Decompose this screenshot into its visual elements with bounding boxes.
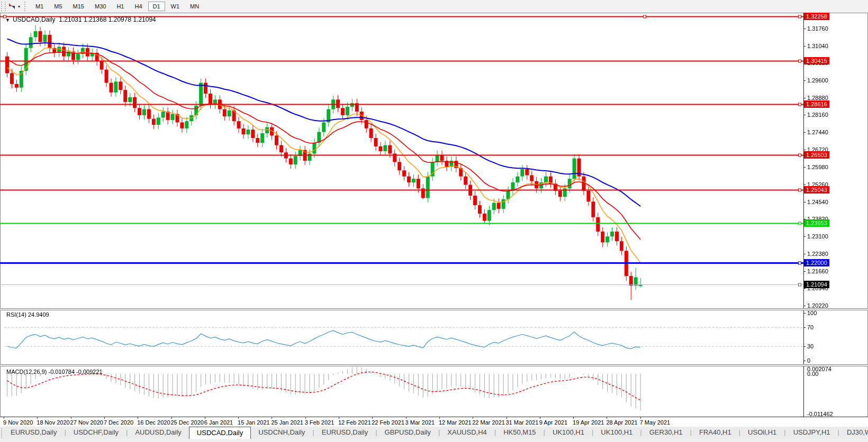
timeframe-button-w1[interactable]: W1: [166, 2, 185, 11]
date-axis-label: 22 Mar 2021: [472, 419, 505, 426]
rsi-axis-tick: [803, 327, 806, 328]
timeframe-button-mn[interactable]: MN: [185, 2, 204, 11]
date-axis-label: 18 Nov 2020: [37, 419, 69, 426]
date-axis-label: 25 Jan 2021: [271, 419, 303, 426]
timeframe-button-h1[interactable]: H1: [112, 2, 129, 11]
chart-tab-usdcad-daily[interactable]: USDCAD,Daily: [189, 427, 251, 439]
chart-tab-ger30-h1[interactable]: GER30,H1: [642, 427, 690, 439]
price-axis-tick: [803, 98, 806, 98]
tabbar-grip-handle[interactable]: [1, 428, 2, 438]
date-axis-tick: [171, 417, 172, 419]
chart-tab-uk100-h1[interactable]: UK100,H1: [593, 427, 640, 439]
price-axis-tick-label: 1.29600: [807, 77, 828, 84]
date-axis-tick: [573, 417, 574, 419]
chart-tab-usdcnh-daily[interactable]: USDCNH,Daily: [251, 427, 312, 439]
price-axis-tick: [803, 254, 806, 254]
collapse-triangle-icon[interactable]: ▼: [5, 17, 10, 23]
price-axis-tick: [803, 271, 806, 272]
level-price-badge: 1.22000: [804, 259, 829, 266]
date-axis-tick: [339, 417, 339, 419]
price-axis-tick: [803, 150, 806, 150]
date-axis-label: 28 Apr 2021: [606, 419, 637, 426]
date-axis-tick: [473, 417, 473, 419]
mt4-application-window: ▾ M1M5M15M30H1H4D1W1MN ▼USDCAD,Daily 1.2…: [0, 0, 868, 442]
price-axis-tick-label: 1.21660: [807, 268, 828, 274]
chart-tab-eurusd-daily[interactable]: EURUSD,Daily: [3, 427, 64, 439]
chart-tab-bar: EURUSD,Daily|USDCHF,Daily|AUDUSD,DailyUS…: [0, 426, 868, 439]
date-axis-tick: [71, 417, 71, 419]
chart-tab-dj30-weekly[interactable]: DJ30,Weekly: [839, 427, 868, 439]
chart-tab-usdjpy-h1[interactable]: USDJPY,H1: [786, 427, 838, 439]
date-axis-label: 19 Apr 2021: [573, 419, 604, 426]
chevron-down-icon[interactable]: ▾: [18, 4, 20, 9]
price-axis-tick-label: 1.31040: [807, 43, 828, 49]
price-axis-tick-label: 1.23100: [807, 233, 828, 240]
chart-tab-xauusd-h4[interactable]: XAUUSD,H4: [440, 427, 494, 439]
level-price-badge: 1.30415: [804, 57, 829, 65]
date-axis[interactable]: 9 Nov 202018 Nov 202027 Nov 20207 Dec 20…: [0, 417, 868, 427]
toolbar-grip-handle[interactable]: [1, 2, 6, 11]
chart-arrows-icon[interactable]: [8, 2, 17, 11]
macd-axis-label: 0.00: [807, 371, 818, 377]
date-axis-tick: [640, 417, 641, 419]
date-axis-label: 16 Dec 2020: [137, 419, 170, 426]
date-axis-label: 25 Dec 2020: [171, 419, 204, 426]
status-strip: [0, 439, 868, 442]
date-axis-label: 9 Nov 2020: [3, 419, 33, 426]
timeframe-button-m1[interactable]: M1: [31, 2, 48, 11]
timeframe-button-m15[interactable]: M15: [68, 2, 89, 11]
date-axis-label: 22 Feb 2021: [372, 419, 404, 426]
price-axis-tick-label: 1.24540: [807, 199, 828, 205]
price-axis-tick: [803, 80, 806, 81]
timeframe-button-m30[interactable]: M30: [90, 2, 111, 11]
price-axis-tick: [803, 306, 806, 306]
date-axis-tick: [238, 417, 239, 419]
date-axis-tick: [540, 417, 540, 419]
macd-pane-splitter[interactable]: [0, 364, 868, 366]
timeframe-button-d1[interactable]: D1: [148, 2, 165, 11]
chart-tab-uk100-h1[interactable]: UK100,H1: [545, 427, 592, 439]
level-price-badge: 1.28616: [804, 100, 829, 108]
date-axis-label: 7 Dec 2020: [104, 419, 133, 426]
level-price-badge: 1.26503: [804, 151, 829, 159]
price-axis-tick-label: 1.22380: [807, 251, 828, 257]
date-axis-label: 3 Mar 2021: [405, 419, 435, 426]
chart-ohlc-values: 1.21031 1.21368 1.20978 1.21094: [59, 16, 156, 23]
date-axis-label: 9 Apr 2021: [539, 419, 567, 426]
chart-tab-hk50-m15[interactable]: HK50,M15: [496, 427, 543, 439]
price-axis-tick: [803, 288, 806, 289]
chart-tab-usdchf-daily[interactable]: USDCHF,Daily: [66, 427, 126, 439]
date-axis-label: 3 Feb 2021: [305, 419, 334, 426]
price-axis-tick-label: 1.25980: [807, 164, 828, 170]
date-axis-tick: [305, 417, 306, 419]
date-axis-tick: [37, 417, 38, 419]
rsi-pane-splitter[interactable]: [0, 308, 868, 310]
date-axis-tick: [439, 417, 440, 419]
date-axis-tick: [607, 417, 607, 419]
timeframe-button-group: M1M5M15M30H1H4D1W1MN: [30, 2, 204, 11]
timeframe-button-m5[interactable]: M5: [49, 2, 67, 11]
chart-tab-gbpusd-daily[interactable]: GBPUSD,Daily: [377, 427, 438, 439]
rsi-axis-label: 100: [807, 310, 817, 316]
chart-tab-fra40-h1[interactable]: FRA40,H1: [692, 427, 739, 439]
chart-tab-audusd-daily[interactable]: AUDUSD,Daily: [128, 427, 188, 439]
toolbar-separator-grip[interactable]: [24, 2, 28, 11]
price-axis-tick: [803, 236, 806, 237]
price-chart-canvas[interactable]: [0, 13, 804, 417]
level-price-badge: 1.23653: [804, 219, 829, 227]
timeframe-button-h4[interactable]: H4: [130, 2, 147, 11]
rsi-axis-tick: [803, 346, 806, 347]
price-axis-tick: [803, 46, 806, 47]
price-axis-tick-label: 1.27440: [807, 129, 828, 135]
date-axis-label: 6 Jan 2021: [204, 419, 233, 426]
price-axis-tick: [803, 115, 806, 115]
rsi-axis-tick: [803, 361, 806, 361]
rsi-indicator-label: RSI(14) 24.9409: [6, 311, 49, 318]
date-axis-label: 12 Mar 2021: [439, 419, 472, 426]
level-price-badge: 1.32258: [804, 13, 829, 20]
price-axis-tick: [803, 132, 806, 133]
chart-tab-eurusd-daily[interactable]: EURUSD,Daily: [314, 427, 375, 439]
price-axis-tick: [803, 202, 806, 202]
chart-tab-usoil-h1[interactable]: USOil,H1: [740, 427, 784, 439]
date-axis-tick: [138, 417, 138, 419]
